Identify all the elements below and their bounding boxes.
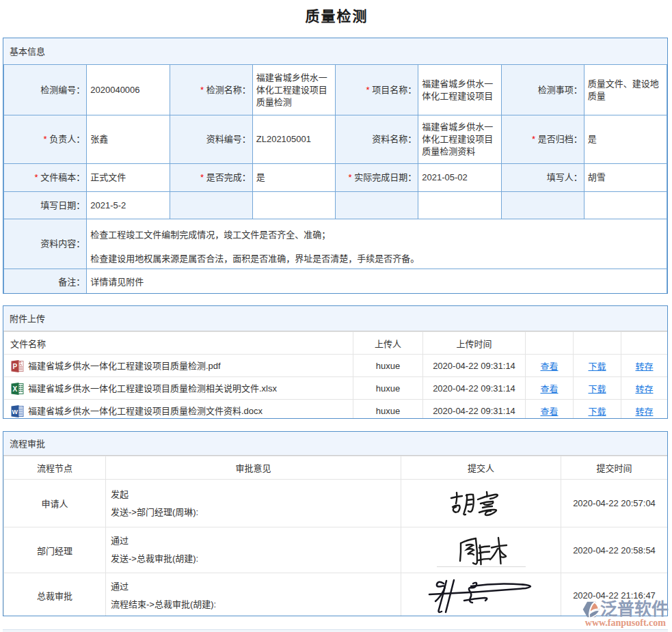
svg-text:W: W [12,408,18,415]
svg-text:X: X [12,385,17,392]
svg-text:P: P [12,362,17,370]
